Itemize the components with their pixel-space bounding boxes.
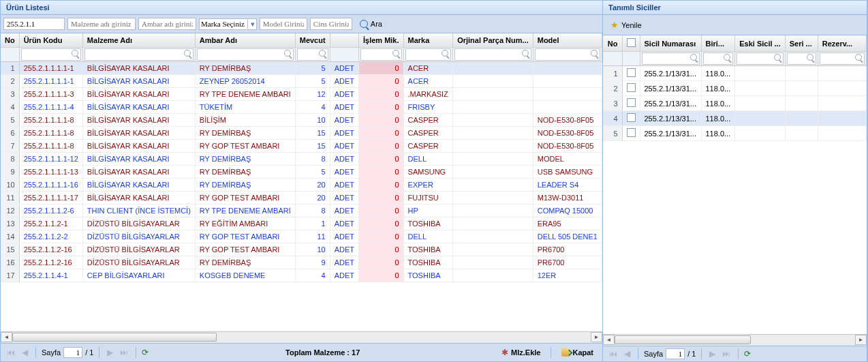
chevron-down-icon: ▾: [247, 20, 255, 29]
table-row[interactable]: 2255.2.1/13/31...118.0...: [603, 81, 867, 96]
rcol-chk[interactable]: [622, 35, 640, 52]
filter-malzeme[interactable]: [84, 48, 193, 61]
table-row[interactable]: 7255.2.1.1.1.1-8BİLGİSAYAR KASALARIRY GO…: [1, 140, 602, 153]
col-model[interactable]: Model: [533, 33, 602, 48]
col-ambar[interactable]: Ambar Adı: [195, 33, 295, 48]
col-marka[interactable]: Marka: [403, 33, 453, 48]
rpage-prev[interactable]: ◀: [622, 349, 632, 359]
rcol-no[interactable]: No: [603, 35, 622, 52]
rrefresh-icon[interactable]: ⟳: [744, 349, 751, 359]
page-first[interactable]: ⏮: [5, 348, 17, 357]
search-icon: [360, 20, 368, 28]
right-panel-title: Tanımlı Siciller: [603, 1, 867, 15]
table-row[interactable]: 10255.2.1.1.1.1-16BİLGİSAYAR KASALARIRY …: [1, 179, 602, 192]
table-row[interactable]: 4255.2.1.1.1.1-4BİLGİSAYAR KASALARITÜKET…: [1, 101, 602, 114]
row-checkbox[interactable]: [627, 128, 636, 137]
left-grid[interactable]: No Ürün Kodu Malzeme Adı Ambar Adı Mevcu…: [1, 33, 602, 331]
col-mevcut[interactable]: Mevcut: [295, 33, 330, 48]
ara-button[interactable]: Ara: [355, 18, 387, 30]
table-row[interactable]: 3255.2.1.1.1.1-3BİLGİSAYAR KASALARIRY TP…: [1, 88, 602, 101]
rcol-birim[interactable]: Biri...: [701, 35, 735, 52]
table-row[interactable]: 17255.2.1.1.4-1CEP BİLGİSAYARLARIKOSGEB …: [1, 269, 602, 282]
right-toolbar: ★Yenile: [603, 15, 867, 35]
table-row[interactable]: 6255.2.1.1.1.1-8BİLGİSAYAR KASALARIRY DE…: [1, 127, 602, 140]
row-checkbox[interactable]: [627, 98, 636, 107]
toplam-label: Toplam Malzeme : 17: [151, 348, 494, 357]
marka-select[interactable]: Marka Seçiniz▾: [199, 18, 257, 30]
table-row[interactable]: 1255.2.1.1.1.1-1BİLGİSAYAR KASALARIRY DE…: [1, 62, 602, 75]
table-row[interactable]: 14255.2.1.1.2-2DİZÜSTÜ BİLGİSAYARLARRY G…: [1, 230, 602, 243]
yenile-button[interactable]: ★Yenile: [606, 18, 647, 32]
row-checkbox[interactable]: [627, 68, 636, 77]
table-row[interactable]: 13255.2.1.1.2-1DİZÜSTÜ BİLGİSAYARLARRY E…: [1, 217, 602, 230]
refresh-icon[interactable]: ⟳: [142, 348, 149, 357]
refresh-star-icon: ★: [610, 20, 619, 30]
col-orjinal[interactable]: Orjinal Parça Num...: [453, 33, 533, 48]
page-label: Sayfa: [42, 348, 61, 357]
exit-icon: [561, 348, 570, 357]
rpage-label: Sayfa: [644, 350, 663, 358]
table-row[interactable]: 5255.2.1.1.1.1-8BİLGİSAYAR KASALARIBİLİŞ…: [1, 114, 602, 127]
col-kodu[interactable]: Ürün Kodu: [19, 33, 82, 48]
table-row[interactable]: 16255.2.1.1.2-16DİZÜSTÜ BİLGİSAYARLARRY …: [1, 256, 602, 269]
page-prev[interactable]: ◀: [20, 348, 30, 357]
table-row[interactable]: 8255.2.1.1.1.1-12BİLGİSAYAR KASALARIRY D…: [1, 153, 602, 166]
rpage-last[interactable]: ⏭: [720, 349, 732, 359]
page-total: / 1: [85, 348, 93, 357]
page-input[interactable]: [63, 347, 82, 358]
malzeme-input[interactable]: [67, 18, 136, 30]
kapat-button[interactable]: Kapat: [557, 346, 598, 359]
col-islem[interactable]: İşlem Mik.: [358, 33, 403, 48]
left-hscroll[interactable]: ◄ ►: [1, 331, 602, 343]
ambar-input[interactable]: [138, 18, 196, 30]
table-row[interactable]: 15255.2.1.1.2-16DİZÜSTÜ BİLGİSAYARLARRY …: [1, 243, 602, 256]
table-row[interactable]: 9255.2.1.1.1.1-13BİLGİSAYAR KASALARIRY D…: [1, 166, 602, 179]
rpage-total: / 1: [687, 350, 696, 358]
rcol-seri[interactable]: Seri ...: [785, 35, 818, 52]
urun-kodu-input[interactable]: [3, 18, 65, 30]
table-row[interactable]: 1255.2.1/13/31...118.0...: [603, 66, 867, 81]
left-footer: ⏮ ◀ Sayfa / 1 ▶ ⏭ ⟳ Toplam Malzeme : 17 …: [1, 343, 602, 361]
col-unit[interactable]: [330, 33, 358, 48]
rpage-input[interactable]: [666, 348, 685, 359]
model-input[interactable]: [260, 18, 307, 30]
row-checkbox[interactable]: [627, 113, 636, 122]
col-no[interactable]: No: [1, 33, 19, 48]
mlz-ekle-button[interactable]: ✱Mlz.Ekle: [497, 346, 545, 359]
table-row[interactable]: 4255.2.1/13/31...118.0...: [603, 111, 867, 126]
table-row[interactable]: 3255.2.1/13/31...118.0...: [603, 96, 867, 111]
cins-input[interactable]: [310, 18, 352, 30]
filter-orjinal[interactable]: [454, 48, 531, 61]
page-last[interactable]: ⏭: [118, 348, 130, 357]
right-footer: ⏮ ◀ Sayfa / 1 ▶ ⏭ ⟳: [603, 346, 867, 361]
rcol-eski[interactable]: Eski Sicil ...: [735, 35, 786, 52]
table-row[interactable]: 2255.2.1.1.1.1-1BİLGİSAYAR KASALARIZEYNE…: [1, 75, 602, 88]
right-hscroll[interactable]: ◄ ►: [603, 334, 867, 346]
col-malzeme[interactable]: Malzeme Adı: [82, 33, 195, 48]
rpage-next[interactable]: ▶: [707, 349, 717, 359]
table-row[interactable]: 5255.2.1/13/31...118.0...: [603, 126, 867, 141]
table-row[interactable]: 12255.2.1.1.1.2-6THIN CLIENT (İNCE İSTEM…: [1, 205, 602, 217]
gear-icon: ✱: [501, 348, 508, 357]
filter-ambar[interactable]: [197, 48, 294, 61]
right-grid[interactable]: No Sicil Numarası Biri... Eski Sicil ...…: [603, 35, 867, 334]
rcol-rezerv[interactable]: Rezerv...: [818, 35, 866, 52]
rpage-first[interactable]: ⏮: [607, 349, 619, 359]
rcol-sicil[interactable]: Sicil Numarası: [640, 35, 701, 52]
row-checkbox[interactable]: [627, 83, 636, 92]
search-toolbar: Marka Seçiniz▾ Ara: [1, 15, 602, 33]
page-next[interactable]: ▶: [105, 348, 115, 357]
left-panel-title: Ürün Listesi: [1, 1, 602, 15]
table-row[interactable]: 11255.2.1.1.1.1-17BİLGİSAYAR KASALARIRY …: [1, 192, 602, 205]
